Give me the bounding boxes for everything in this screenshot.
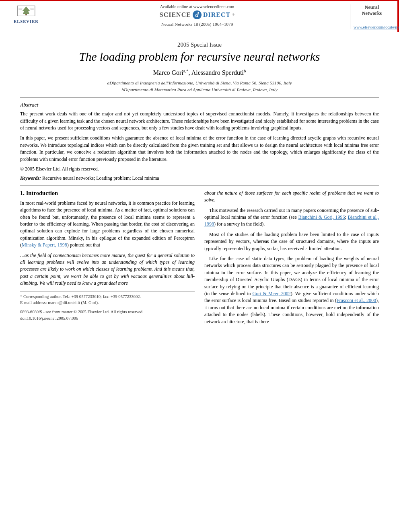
section1-right-p3: Like for the case of static data types, … [204,255,379,325]
section1-left-p1-end: ) pointed out that [67,242,100,248]
keywords-label: Keywords: [20,175,41,181]
section1-left-p1: In most real-world problems faced by neu… [20,200,195,249]
journal-volume: Neural Networks 18 (2005) 1064–1079 [52,22,342,27]
section1-left-p1-text: In most real-world problems faced by neu… [20,200,195,248]
italic-quote-block: …as the field of connectionism becomes m… [20,252,195,287]
divider-top [20,97,379,98]
abstract-p2: In this paper, we present sufficient con… [20,135,379,163]
divider-keywords [20,185,379,186]
svg-marker-1 [23,6,30,14]
elsevier-logo-area: ELSEVIER [8,4,44,24]
minsky-link[interactable]: Minsky & Papert, 1998 [22,242,67,248]
section1-right-p1-end: ) for a survey in the field). [214,221,265,227]
direct-text: DIRECT [203,11,230,18]
affiliation-b: bDipartimento di Matematica Pura ed Appl… [20,86,379,93]
footer-info: 0893-6080/$ - see front matter © 2005 El… [20,309,195,322]
right-italic-block: about the nature of those surfaces for e… [204,190,379,204]
header-center: Available online at www.sciencedirect.co… [44,4,350,27]
available-online-text: Available online at www.sciencedirect.co… [52,4,342,9]
author-gori: Marco Gori [153,69,183,76]
section1-right-p2: Most of the studies of the loading probl… [204,231,379,252]
copyright-text: © 2005 Elsevier Ltd. All rights reserved… [20,166,379,172]
affiliation-a: aDipartimento di Ingegneria dell'Informa… [20,80,379,86]
special-issue-label: 2005 Special Issue [20,41,379,48]
keywords-values: Recursive neural networks; Loading probl… [42,175,159,181]
authors-line: Marco Goria,*, Alessandro Sperdutib [20,69,379,76]
two-column-body: 1. Introduction In most real-world probl… [20,190,379,329]
header-right: Neural Networks www.elsevier.com/locate/… [350,4,390,29]
sd-logo-circle: d [193,10,202,19]
main-content: 2005 Special Issue The loading problem f… [0,32,399,337]
article-title: The loading problem for recursive neural… [20,50,379,64]
header-wrapper: ELSEVIER Available online at www.science… [0,0,399,32]
footer-doi: doi:10.1016/j.neunet.2005.07.006 [20,315,195,322]
bianchini-gori-link[interactable]: Bianchini & Gori, 1996 [298,214,345,220]
svg-rect-2 [25,14,27,15]
gori-meer-link[interactable]: Gori & Meer, 2002 [253,291,291,296]
sciencedirect-logo: SCIENCE d DIRECT ® [52,10,342,19]
affiliations: aDipartimento di Ingegneria dell'Informa… [20,80,379,93]
section1-title: 1. Introduction [20,190,195,197]
science-text: SCIENCE [160,11,191,18]
elsevier-label: ELSEVIER [14,19,39,24]
header: ELSEVIER Available online at www.science… [0,1,399,32]
author-gori-sup: a,* [183,69,189,73]
section1-right-p1: This motivated the research carried out … [204,207,379,228]
elsevier-tree-icon [16,4,36,18]
vertical-red-border [397,1,399,32]
right-italic-text: about the nature of those surfaces for e… [204,190,379,203]
footnote-corresponding: * Corresponding author. Tel.: +39 057723… [20,294,195,300]
italic-quote-text: …as the field of connectionism becomes m… [20,253,195,286]
abstract-p1: The present work deals with one of the m… [20,111,379,131]
right-column: about the nature of those surfaces for e… [204,190,379,329]
section1-right-p3-text: Like for the case of static data types, … [204,256,379,296]
keywords-line: Keywords: Recursive neural networks; Loa… [20,175,379,181]
footer-issn: 0893-6080/$ - see front matter © 2005 El… [20,309,195,315]
abstract-header: Abstract [20,102,379,108]
footnote-area: * Corresponding author. Tel.: +39 057723… [20,291,195,306]
author-sperduti: , Alessandro Sperduti [189,69,244,76]
journal-url-link[interactable]: www.elsevier.com/locate/neunet [354,25,390,29]
frasconi-link[interactable]: Frasconi et al., 2000 [337,298,376,303]
author-sperduti-sup: b [244,69,246,73]
footnote-email: E-mail address: marco@dii.unisi.it (M. G… [20,300,195,306]
left-column: 1. Introduction In most real-world probl… [20,190,195,329]
journal-title-right: Neural Networks [354,4,390,17]
page: ELSEVIER Available online at www.science… [0,0,399,532]
section1-right-p1-mid: ; [345,214,348,220]
